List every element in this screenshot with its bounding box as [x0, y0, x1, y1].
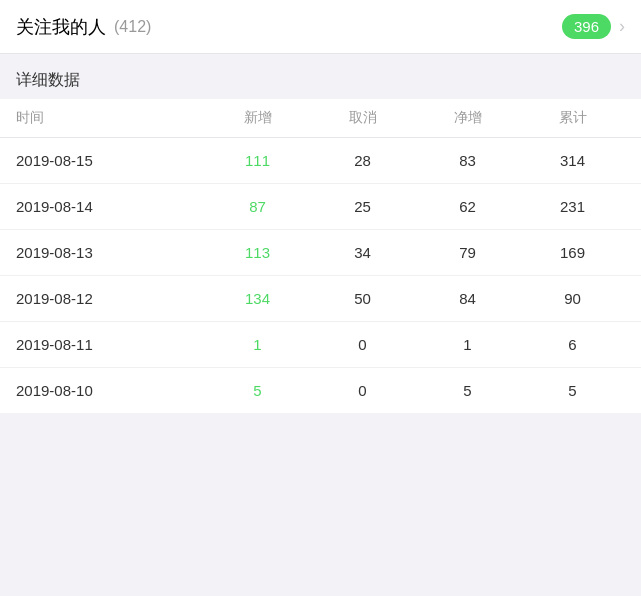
cell-date: 2019-08-12 [16, 290, 205, 307]
cell-total: 169 [520, 244, 625, 261]
cell-net: 5 [415, 382, 520, 399]
cell-total: 90 [520, 290, 625, 307]
cell-total: 314 [520, 152, 625, 169]
section-header: 详细数据 [0, 54, 641, 99]
header-count: (412) [114, 18, 151, 36]
col-header-net: 净增 [415, 109, 520, 127]
header-right[interactable]: 396 › [562, 14, 625, 39]
cell-cancel: 34 [310, 244, 415, 261]
cell-date: 2019-08-14 [16, 198, 205, 215]
header: 关注我的人 (412) 396 › [0, 0, 641, 54]
cell-cancel: 28 [310, 152, 415, 169]
follower-badge: 396 [562, 14, 611, 39]
header-title: 关注我的人 [16, 15, 106, 39]
cell-date: 2019-08-10 [16, 382, 205, 399]
table-header-row: 时间 新增 取消 净增 累计 [0, 99, 641, 138]
cell-date: 2019-08-13 [16, 244, 205, 261]
chevron-right-icon[interactable]: › [619, 16, 625, 37]
cell-new: 5 [205, 382, 310, 399]
cell-cancel: 0 [310, 382, 415, 399]
col-header-new: 新增 [205, 109, 310, 127]
cell-total: 6 [520, 336, 625, 353]
table-body: 2019-08-1511128833142019-08-148725622312… [0, 138, 641, 413]
table-row: 2019-08-12134508490 [0, 276, 641, 322]
table-row: 2019-08-14872562231 [0, 184, 641, 230]
cell-cancel: 25 [310, 198, 415, 215]
cell-total: 231 [520, 198, 625, 215]
cell-date: 2019-08-11 [16, 336, 205, 353]
cell-net: 83 [415, 152, 520, 169]
table-row: 2019-08-151112883314 [0, 138, 641, 184]
cell-new: 111 [205, 152, 310, 169]
table-container: 时间 新增 取消 净增 累计 2019-08-1511128833142019-… [0, 99, 641, 413]
cell-net: 62 [415, 198, 520, 215]
cell-cancel: 50 [310, 290, 415, 307]
cell-total: 5 [520, 382, 625, 399]
table-row: 2019-08-131133479169 [0, 230, 641, 276]
cell-new: 134 [205, 290, 310, 307]
cell-date: 2019-08-15 [16, 152, 205, 169]
cell-new: 113 [205, 244, 310, 261]
cell-net: 1 [415, 336, 520, 353]
cell-new: 87 [205, 198, 310, 215]
col-header-total: 累计 [520, 109, 625, 127]
header-left: 关注我的人 (412) [16, 15, 151, 39]
cell-net: 79 [415, 244, 520, 261]
col-header-cancel: 取消 [310, 109, 415, 127]
table-row: 2019-08-111016 [0, 322, 641, 368]
col-header-date: 时间 [16, 109, 205, 127]
cell-net: 84 [415, 290, 520, 307]
table-row: 2019-08-105055 [0, 368, 641, 413]
cell-new: 1 [205, 336, 310, 353]
cell-cancel: 0 [310, 336, 415, 353]
